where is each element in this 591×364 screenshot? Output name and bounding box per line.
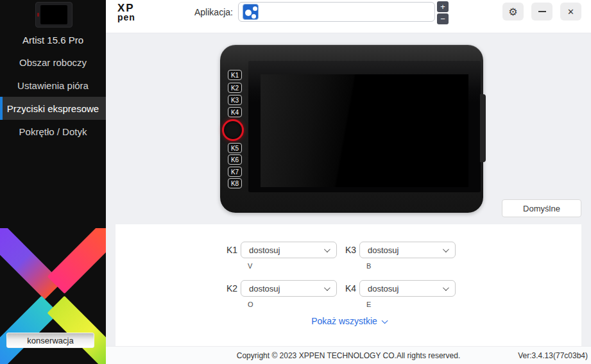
chevron-down-icon bbox=[443, 246, 449, 252]
xppen-logo-line2: pen bbox=[117, 13, 135, 22]
red-dial[interactable] bbox=[222, 119, 244, 141]
app-icon-dot bbox=[253, 6, 257, 11]
key-function-dropdown-k4[interactable]: dostosuj bbox=[359, 280, 456, 297]
sidebar-item-ustawienia-piora[interactable]: Ustawienia pióra bbox=[0, 74, 106, 97]
express-key-k7[interactable]: K7 bbox=[228, 167, 242, 177]
chevron-down-icon bbox=[324, 246, 330, 252]
dropdown-value: dostosuj bbox=[249, 245, 280, 255]
key-function-dropdown-k1[interactable]: dostosuj bbox=[241, 242, 337, 258]
topbar: XP pen Aplikacja: + − ⚙ ✕ bbox=[106, 0, 591, 33]
application-label: Aplikacja: bbox=[194, 0, 233, 24]
version-text: Ver:3.4.13(77c03b4) bbox=[518, 351, 588, 360]
key-bindings-panel: K1 dostosuj V K2 dostosuj O K3 dostosuj bbox=[116, 224, 581, 346]
key-function-dropdown-k2[interactable]: dostosuj bbox=[241, 280, 337, 297]
thumbnail-dial-dot bbox=[37, 13, 39, 17]
key-function-dropdown-k3[interactable]: dostosuj bbox=[359, 242, 456, 258]
key-label: K3 bbox=[345, 245, 356, 255]
main-content: K1 K2 K3 K4 K5 K6 K7 K8 Domyślne K1 dost… bbox=[106, 33, 591, 364]
chevron-down-icon bbox=[324, 285, 330, 291]
xppen-logo: XP pen bbox=[117, 3, 135, 22]
settings-button[interactable]: ⚙ bbox=[502, 3, 524, 21]
express-key-k8[interactable]: K8 bbox=[228, 178, 242, 188]
shortcut-label: O bbox=[248, 301, 253, 308]
sidebar-item-obszar-roboczy[interactable]: Obszar roboczy bbox=[0, 51, 106, 74]
thumbnail-screen bbox=[40, 5, 67, 24]
express-key-k6[interactable]: K6 bbox=[228, 154, 242, 165]
device-thumbnail bbox=[35, 2, 73, 28]
minimize-button[interactable] bbox=[531, 3, 552, 21]
chevron-down-icon bbox=[382, 317, 388, 324]
add-application-button[interactable]: + bbox=[437, 1, 449, 12]
chevron-down-icon bbox=[443, 285, 449, 291]
minimize-icon bbox=[538, 11, 546, 12]
sidebar-item-pokretlo-dotyk[interactable]: Pokrętło / Dotyk bbox=[0, 120, 106, 143]
maintenance-button[interactable]: konserwacja bbox=[6, 333, 94, 348]
xppen-driver-window: Artist 15.6 Pro Obszar roboczy Ustawieni… bbox=[0, 0, 591, 364]
app-icon-dot bbox=[252, 14, 256, 19]
dropdown-value: dostosuj bbox=[249, 284, 280, 294]
tablet-screen bbox=[261, 74, 468, 187]
shortcut-label: B bbox=[366, 262, 371, 270]
device-name: Artist 15.6 Pro bbox=[0, 35, 106, 46]
sidebar-item-przyciski-ekspresowe[interactable]: Przyciski ekspresowe bbox=[0, 97, 106, 120]
key-label: K1 bbox=[227, 245, 237, 255]
application-list-field[interactable] bbox=[238, 2, 435, 22]
express-key-k5[interactable]: K5 bbox=[228, 143, 242, 153]
close-icon: ✕ bbox=[567, 7, 574, 17]
key-label: K4 bbox=[345, 283, 356, 294]
sidebar-nav: Obszar roboczy Ustawienia pióra Przycisk… bbox=[0, 51, 106, 143]
default-button[interactable]: Domyślne bbox=[502, 199, 581, 217]
application-icon[interactable] bbox=[243, 4, 259, 20]
close-button[interactable]: ✕ bbox=[560, 3, 581, 21]
show-all-label: Pokaż wszystkie bbox=[311, 316, 377, 326]
app-icon-dot bbox=[245, 10, 252, 16]
gear-icon: ⚙ bbox=[508, 6, 517, 18]
dropdown-value: dostosuj bbox=[368, 245, 398, 255]
express-key-k1[interactable]: K1 bbox=[228, 70, 242, 80]
shortcut-label: E bbox=[366, 301, 371, 308]
tablet-bezel bbox=[248, 61, 481, 192]
key-label: K2 bbox=[227, 283, 237, 294]
tablet-illustration: K1 K2 K3 K4 K5 K6 K7 K8 bbox=[220, 45, 483, 213]
show-all-link[interactable]: Pokaż wszystkie bbox=[116, 316, 581, 326]
express-key-k3[interactable]: K3 bbox=[228, 95, 242, 105]
tablet-side-tab bbox=[480, 94, 486, 162]
dropdown-value: dostosuj bbox=[368, 284, 398, 294]
express-key-k2[interactable]: K2 bbox=[228, 83, 242, 93]
sidebar: Artist 15.6 Pro Obszar roboczy Ustawieni… bbox=[0, 0, 106, 364]
shortcut-label: V bbox=[248, 262, 252, 270]
express-key-k4[interactable]: K4 bbox=[228, 107, 242, 117]
remove-application-button[interactable]: − bbox=[437, 13, 449, 24]
footer: Copyright © 2023 XPPEN TECHNOLOGY CO.All… bbox=[106, 346, 591, 364]
